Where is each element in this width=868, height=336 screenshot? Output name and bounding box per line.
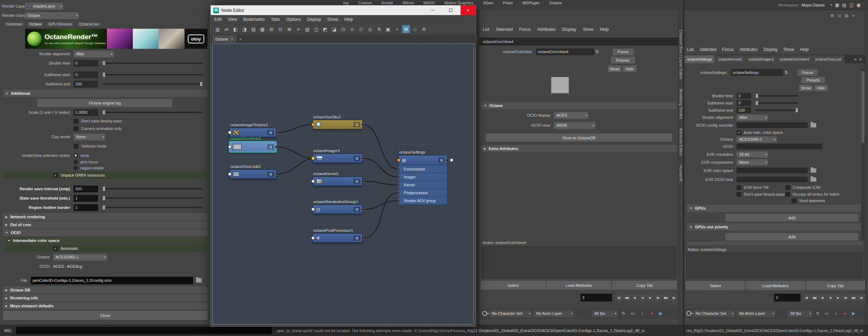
renderview-regionrender-radio[interactable] — [74, 166, 78, 170]
attribute-editor-menu[interactable]: List — [687, 47, 694, 52]
focus-button[interactable]: Focus — [613, 48, 634, 55]
ne-toolbar-icon[interactable]: ≡ — [294, 25, 302, 33]
node-name-field[interactable]: octaneSettings — [731, 69, 783, 76]
node-octaneSunSky1[interactable]: octaneSunSky1 ▤ — [313, 120, 363, 129]
main-menu-item[interactable]: ing — [343, 1, 349, 5]
close-window-button[interactable]: × — [461, 5, 476, 15]
attribute-editor-menu[interactable]: Focus — [519, 27, 531, 32]
shutter-time-field[interactable]: 0 — [74, 60, 98, 67]
show-button[interactable]: Show — [799, 85, 813, 91]
ne-toolbar-icon[interactable]: ◇ — [411, 25, 419, 33]
octane-section-header[interactable]: ▼Octane — [481, 102, 676, 109]
sidebar-tab[interactable]: HumanIK — [679, 165, 683, 182]
slider-handle[interactable] — [102, 110, 106, 115]
transport-button[interactable]: ◀ — [639, 294, 646, 301]
ne-toolbar-icon[interactable]: ▦ — [258, 25, 266, 33]
attribute-editor-menu[interactable]: Display — [562, 27, 576, 32]
presets-button[interactable]: Presets — [611, 57, 635, 64]
output-port[interactable] — [275, 173, 278, 176]
anim-layer-dropdown[interactable]: No Anim Layer▾ — [737, 310, 775, 317]
node-attrs-icon[interactable]: ▤ — [267, 144, 274, 149]
sidebar-tab[interactable]: Attribute Editor — [679, 128, 683, 156]
slider-handle[interactable] — [102, 72, 106, 77]
main-menu-item[interactable]: Motion Graphics — [444, 1, 473, 5]
output-dot[interactable] — [450, 158, 453, 162]
attribute-tab[interactable]: octaneOcioView4 — [777, 55, 812, 63]
pin-panel-icon[interactable]: ⊞ — [829, 13, 835, 18]
extra-attributes-header[interactable]: ▶Extra Attributes — [481, 145, 676, 152]
intermediate-color-space-header[interactable]: ▼Intermediate color space — [5, 237, 207, 244]
ne-toolbar-icon[interactable]: ⊙ — [348, 25, 356, 33]
form-scrollbar[interactable] — [861, 68, 865, 241]
folder-browse-icon[interactable] — [196, 278, 202, 283]
material-swatch[interactable] — [551, 77, 569, 93]
clapper-icon[interactable]: ▭ — [823, 310, 830, 317]
input-port[interactable] — [311, 123, 315, 126]
character-set-dropdown[interactable]: No Character Set▾ — [693, 310, 735, 317]
loop-icon[interactable]: ↻ — [620, 310, 627, 317]
attribute-tab[interactable]: octaneImager3 — [746, 55, 777, 63]
playblast-icon[interactable]: ▶ — [850, 310, 857, 317]
row-input-port[interactable] — [397, 184, 400, 186]
state-threshold-slider[interactable] — [102, 197, 203, 199]
main-menu-item[interactable]: MSPlugin — [523, 1, 540, 5]
output-port[interactable] — [361, 237, 364, 239]
node-name-field[interactable]: octaneOcioView4 — [536, 48, 594, 55]
node-editor-menu[interactable]: Display — [307, 17, 321, 22]
layout-rows-icon[interactable]: ▤ — [841, 1, 848, 9]
transport-button[interactable]: ◀◀ — [623, 294, 630, 301]
output-port[interactable] — [446, 159, 449, 162]
subframe-start-field[interactable]: 0 — [737, 100, 751, 106]
gpus-add-button[interactable]: Add — [725, 214, 858, 221]
octane-db-header[interactable]: ▶Octane DB — [3, 286, 207, 294]
ocio-header[interactable]: ▼OCIO — [3, 229, 207, 236]
node-octaneImageTexture1[interactable]: octaneImageTexture1 ▤ — [229, 128, 276, 137]
tabs-scroll-left-icon[interactable]: « — [853, 55, 858, 63]
save-interval-slider[interactable] — [102, 188, 203, 190]
input-port[interactable] — [311, 236, 315, 240]
output-port[interactable] — [361, 180, 364, 183]
transport-button[interactable]: ▶▶ — [850, 294, 857, 301]
clipped-section-header[interactable]: ▼ — [687, 242, 862, 245]
output-port[interactable] — [361, 208, 364, 211]
row-input-port[interactable] — [397, 200, 400, 202]
ne-toolbar-icon[interactable]: ◪ — [330, 25, 338, 33]
render-using-dropdown[interactable]: Octane ▾ — [25, 12, 79, 19]
exr-resolution-dropdown[interactable]: 16-bit▾ — [737, 151, 768, 158]
slider-handle[interactable] — [102, 61, 106, 66]
out-of-core-header[interactable]: ▶Out of core — [3, 221, 207, 228]
subframe-start-slider[interactable] — [755, 102, 798, 104]
ne-toolbar-icon[interactable]: ⊞ — [267, 25, 275, 33]
input-port[interactable] — [397, 158, 401, 162]
ne-toolbar-icon[interactable]: ◧ — [232, 25, 239, 33]
current-frame-field[interactable]: 3 — [580, 294, 612, 302]
transport-button[interactable]: ▶ — [834, 294, 841, 301]
node-attrs-icon[interactable]: ▤ — [354, 156, 360, 161]
shutter-alignment-dropdown[interactable]: After▾ — [737, 115, 768, 121]
ocio-view-dropdown[interactable]: sRGB▾ — [554, 122, 596, 129]
network-rendering-header[interactable]: ▶Network rendering — [3, 213, 207, 220]
node-octaneImager3[interactable]: octaneImager3 ▤ — [313, 154, 363, 163]
menu-panel-icon[interactable]: ≡ — [851, 13, 857, 18]
output-port[interactable] — [361, 157, 364, 160]
row-input-port[interactable] — [397, 168, 400, 171]
gpus-priority-header[interactable]: ▼GPUs use priority — [687, 223, 862, 230]
node-attrs-icon[interactable]: ▤ — [354, 122, 360, 127]
node-octaneKernel1[interactable]: octaneKernel1 ▤ — [313, 177, 363, 186]
command-line-field[interactable] — [16, 327, 272, 334]
transport-button[interactable]: ▶ — [647, 294, 654, 301]
graph-tab[interactable]: Octane× — [212, 35, 236, 43]
unpack-orbx-checkbox[interactable] — [53, 173, 58, 178]
layout-grid-icon[interactable]: ▦ — [834, 1, 841, 9]
dont-save-beauty-checkbox[interactable] — [737, 192, 741, 197]
node-editor-menu[interactable]: Edit — [214, 17, 222, 22]
shutter-time-field[interactable]: 0 — [737, 93, 751, 99]
maximize-button[interactable] — [443, 5, 458, 15]
key-icon[interactable] — [482, 311, 487, 316]
clay-mode-dropdown[interactable]: None▾ — [74, 134, 105, 140]
ne-toolbar-icon[interactable]: ⊞ — [402, 25, 410, 33]
viewport-defaults-header[interactable]: ▶Maya viewport defaults — [3, 302, 207, 309]
ne-toolbar-icon[interactable]: ⊟ — [276, 25, 284, 33]
node-editor-menu[interactable]: Tabs — [271, 17, 280, 22]
octane-colorspace-dropdown[interactable]: ACES2065-1▾ — [737, 136, 777, 143]
